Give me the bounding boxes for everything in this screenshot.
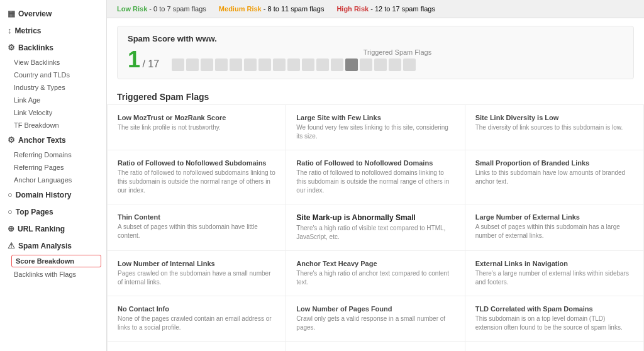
flag-box-9 xyxy=(302,58,314,71)
flag-cell-desc: Links to this subdomain have low amounts… xyxy=(475,169,633,186)
sidebar-item-label: Metrics xyxy=(15,26,42,35)
spam-score-title: Spam Score with www. xyxy=(128,34,623,43)
flag-cell: External Links in NavigationThere's a la… xyxy=(465,251,644,296)
flag-cell-title: Low Number of Pages Found xyxy=(296,305,454,313)
risk-high: High Risk - 12 to 17 spam flags xyxy=(336,5,435,13)
sidebar-item-metrics[interactable]: ↕ Metrics xyxy=(0,22,106,39)
sidebar-item-label: Domain History xyxy=(16,191,72,199)
spam-score-value: 1 / 17 xyxy=(128,48,159,71)
metrics-icon: ↕ xyxy=(8,26,12,35)
flag-cell-title: Low MozTrust or MozRank Score xyxy=(118,114,275,121)
flag-cell-desc: This subdomain is on a top level domain … xyxy=(475,315,633,332)
main-content: Low Risk - 0 to 7 spam flags Medium Risk… xyxy=(107,0,644,351)
flag-cell-desc: There's a high ratio of visible text com… xyxy=(296,224,454,242)
flag-cell-title: Thin Content xyxy=(118,213,275,221)
flag-cell-title: TLD Correlated with Spam Domains xyxy=(475,305,633,313)
overview-icon: ▦ xyxy=(8,9,15,18)
url-ranking-icon: ⊕ xyxy=(8,224,14,233)
flag-cell: Anchor Text Heavy PageThere's a high rat… xyxy=(286,251,465,296)
sidebar-sub-link-velocity[interactable]: Link Velocity xyxy=(0,106,106,119)
flag-cell xyxy=(465,342,644,351)
flag-cell-title: External Links in Navigation xyxy=(475,260,633,267)
sidebar-sub-tf-breakdown[interactable]: TF Breakdown xyxy=(0,119,106,131)
sidebar-item-overview[interactable]: ▦ Overview xyxy=(0,5,106,22)
flag-box-14 xyxy=(374,58,387,71)
flag-cell-title: Ratio of Followed to Nofollowed Domains xyxy=(296,159,454,167)
flag-cell-desc: The site link profile is not trustworthy… xyxy=(118,123,275,132)
flag-cell-desc: Crawl only gets a valid response in a sm… xyxy=(296,315,454,332)
flag-cell-title: Ratio of Followed to Nofollowed Subdomai… xyxy=(118,159,275,167)
spam-icon: ⚠ xyxy=(8,241,15,250)
sidebar: ▦ Overview ↕ Metrics ⚙ Backlinks View Ba… xyxy=(0,0,107,351)
sidebar-sub-link-age[interactable]: Link Age xyxy=(0,94,106,106)
sidebar-sub-view-backlinks[interactable]: View Backlinks xyxy=(0,56,106,69)
flag-cell-title: Site Mark-up is Abnormally Small xyxy=(296,213,454,222)
sidebar-item-url-ranking[interactable]: ⊕ URL Ranking xyxy=(0,220,106,237)
flag-box-4 xyxy=(230,58,242,71)
sidebar-item-label: Backlinks xyxy=(18,43,53,52)
sidebar-sub-referring-domains[interactable]: Referring Domains xyxy=(0,148,106,161)
flag-box-6 xyxy=(258,58,271,71)
risk-medium: Medium Risk - 8 to 11 spam flags xyxy=(219,5,325,13)
sidebar-item-top-pages[interactable]: ○ Top Pages xyxy=(0,203,106,220)
sidebar-sub-backlinks-flags[interactable]: Backlinks with Flags xyxy=(0,268,106,281)
sidebar-item-anchor-texts[interactable]: ⚙ Anchor Texts xyxy=(0,131,106,148)
sidebar-item-domain-history[interactable]: ○ Domain History xyxy=(0,186,106,203)
sidebar-sub-industry-types[interactable]: Industry & Types xyxy=(0,81,106,94)
flag-box-16 xyxy=(403,58,416,71)
flag-cell-desc: A subset of pages within this subdomain … xyxy=(118,223,275,240)
flag-cell-desc: The ratio of followed to nofollowed doma… xyxy=(296,169,454,195)
sidebar-sub-country-tlds[interactable]: Country and TLDs xyxy=(0,69,106,81)
risk-low: Low Risk - 0 to 7 spam flags xyxy=(117,5,206,13)
flag-cell-title: Site Link Diversity is Low xyxy=(475,114,633,121)
flag-box-0 xyxy=(172,58,184,71)
sidebar-sub-anchor-languages[interactable]: Anchor Languages xyxy=(0,174,106,186)
flag-cell-title: Low Number of Internal Links xyxy=(118,260,275,267)
flag-box-10 xyxy=(316,58,329,71)
flag-box-8 xyxy=(287,58,300,71)
flag-cell-desc: None of the pages crawled contain an ema… xyxy=(118,315,275,332)
flag-box-13 xyxy=(360,58,372,71)
flag-cell-title: Large Site with Few Links xyxy=(296,114,454,121)
risk-bar: Low Risk - 0 to 7 spam flags Medium Risk… xyxy=(107,0,644,18)
triggered-flags-heading: Triggered Spam Flags xyxy=(107,87,644,105)
sidebar-item-label: Overview xyxy=(18,9,52,18)
sidebar-sub-referring-pages[interactable]: Referring Pages xyxy=(0,161,106,174)
flag-cell: Large Number of External LinksA subset o… xyxy=(465,204,644,251)
flag-cell: Low Number of Pages FoundCrawl only gets… xyxy=(286,296,465,342)
top-pages-icon: ○ xyxy=(8,207,13,216)
flag-cell-title: Anchor Text Heavy Page xyxy=(296,260,454,267)
flag-box-12 xyxy=(345,58,358,71)
flag-box-5 xyxy=(244,58,257,71)
flag-cell-desc: Pages crawled on the subdomain have a sm… xyxy=(118,269,275,287)
spam-score-section: Spam Score with www. 1 / 17 Triggered Sp… xyxy=(117,26,634,79)
spam-flags-visual: Triggered Spam Flags xyxy=(172,48,623,71)
flag-cell-desc: There's a high ratio of anchor text comp… xyxy=(296,269,454,287)
flag-cell: Ratio of Followed to Nofollowed DomainsT… xyxy=(286,150,465,204)
flag-cell: Low Number of Internal LinksPages crawle… xyxy=(108,251,286,296)
flag-box-2 xyxy=(201,58,213,71)
flag-cell: TLD Correlated with Spam DomainsThis sub… xyxy=(465,296,644,342)
flag-box-15 xyxy=(389,58,401,71)
domain-history-icon: ○ xyxy=(8,190,13,199)
flag-box-7 xyxy=(273,58,286,71)
sidebar-item-backlinks[interactable]: ⚙ Backlinks xyxy=(0,39,106,56)
spam-score-content: 1 / 17 Triggered Spam Flags xyxy=(128,48,623,71)
sidebar-item-label: Spam Analysis xyxy=(18,242,72,250)
flag-cell-desc: There's a large number of external links… xyxy=(475,269,633,287)
flag-cell-desc: The ratio of followed to nofollowed subd… xyxy=(118,169,275,195)
sidebar-item-label: URL Ranking xyxy=(18,225,65,233)
flag-cell: Ratio of Followed to Nofollowed Subdomai… xyxy=(108,150,286,204)
flag-cell: Thin ContentA subset of pages within thi… xyxy=(108,204,286,251)
sidebar-item-spam-analysis[interactable]: ⚠ Spam Analysis xyxy=(0,237,106,254)
backlinks-icon: ⚙ xyxy=(8,43,15,52)
sidebar-sub-score-breakdown[interactable]: Score Breakdown xyxy=(11,255,101,267)
flag-box-1 xyxy=(186,58,199,71)
flag-box-3 xyxy=(215,58,228,71)
flag-cell-desc: A subset of pages within this subdomain … xyxy=(475,223,633,240)
flags-grid: Low MozTrust or MozRank ScoreThe site li… xyxy=(107,105,644,351)
flag-cell: Site Mark-up is Abnormally SmallThere's … xyxy=(286,204,465,251)
flag-cell: Low MozTrust or MozRank ScoreThe site li… xyxy=(108,105,286,150)
flag-cell-title: Small Proportion of Branded Links xyxy=(475,159,633,167)
spam-flags-label: Triggered Spam Flags xyxy=(172,48,623,56)
